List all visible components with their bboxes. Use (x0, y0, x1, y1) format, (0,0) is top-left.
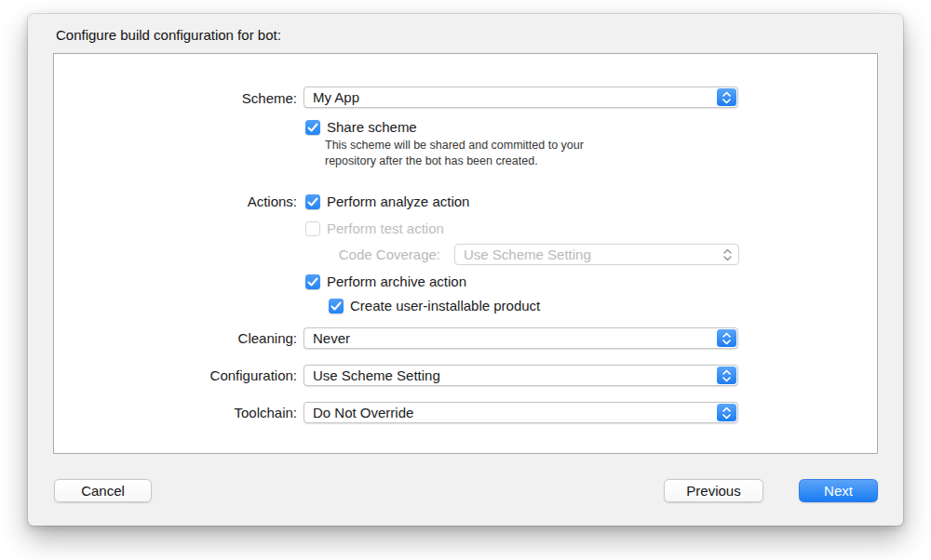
toolchain-popup[interactable]: Do Not Override (304, 402, 738, 423)
code-coverage-label: Code Coverage: (54, 247, 440, 263)
stepper-icon (717, 404, 736, 421)
scheme-popup[interactable]: My App (304, 87, 738, 108)
checkbox-checked-icon[interactable] (305, 194, 320, 209)
perform-archive-label: Perform archive action (327, 273, 466, 290)
screen-background: Configure build configuration for bot: S… (0, 0, 931, 560)
checkbox-checked-icon[interactable] (329, 299, 344, 313)
share-scheme-description-line1: This scheme will be shared and committed… (325, 138, 716, 153)
cleaning-popup[interactable]: Never (304, 327, 738, 349)
share-scheme-checkbox-row[interactable]: Share scheme (305, 119, 417, 136)
next-button[interactable]: Next (799, 479, 878, 502)
installable-product-checkbox-row[interactable]: Create user-installable product (329, 298, 540, 314)
share-scheme-description-line2: repository after the bot has been create… (325, 153, 716, 169)
previous-button[interactable]: Previous (664, 479, 763, 502)
scheme-label: Scheme: (54, 90, 297, 107)
cleaning-popup-value: Never (313, 330, 350, 347)
code-coverage-popup: Use Scheme Setting (454, 244, 739, 265)
checkbox-unchecked-icon (305, 221, 320, 236)
configuration-popup[interactable]: Use Scheme Setting (304, 365, 738, 386)
perform-test-checkbox-row: Perform test action (305, 220, 444, 237)
installable-product-label: Create user-installable product (350, 298, 540, 314)
checkbox-checked-icon[interactable] (305, 274, 320, 289)
stepper-icon (717, 367, 736, 384)
stepper-icon (717, 329, 736, 347)
toolchain-popup-value: Do Not Override (313, 405, 413, 421)
dialog-title: Configure build configuration for bot: (56, 27, 281, 43)
share-scheme-label: Share scheme (327, 119, 417, 136)
stepper-disabled-icon (720, 246, 735, 263)
code-coverage-popup-value: Use Scheme Setting (464, 247, 591, 263)
bot-configuration-dialog: Configure build configuration for bot: S… (28, 14, 903, 526)
perform-analyze-checkbox-row[interactable]: Perform analyze action (305, 193, 469, 210)
toolchain-label: Toolchain: (54, 405, 297, 421)
cancel-button[interactable]: Cancel (54, 479, 152, 502)
perform-analyze-label: Perform analyze action (327, 193, 469, 210)
perform-archive-checkbox-row[interactable]: Perform archive action (305, 273, 466, 290)
build-configuration-panel: Scheme: My App Share scheme This scheme … (53, 53, 878, 454)
perform-test-label: Perform test action (327, 220, 444, 237)
checkbox-checked-icon[interactable] (305, 120, 320, 135)
configuration-popup-value: Use Scheme Setting (313, 367, 440, 384)
actions-label: Actions: (54, 193, 297, 210)
scheme-popup-value: My App (313, 89, 359, 106)
configuration-label: Configuration: (54, 367, 297, 384)
stepper-icon (717, 88, 736, 106)
cleaning-label: Cleaning: (54, 330, 297, 347)
